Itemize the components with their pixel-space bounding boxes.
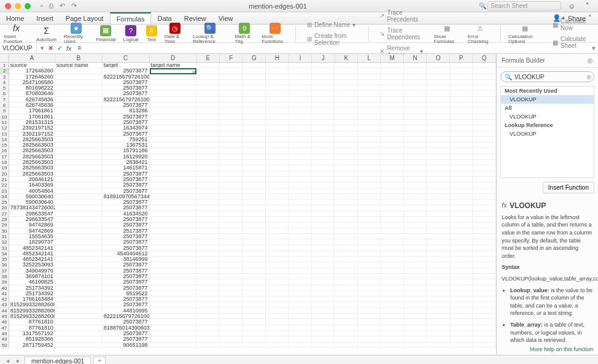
cell[interactable] xyxy=(150,142,197,148)
cell[interactable]: 851928366 xyxy=(9,336,55,342)
cell[interactable] xyxy=(427,257,450,262)
cell[interactable] xyxy=(243,239,266,245)
col-header-G[interactable]: G xyxy=(243,54,266,62)
cell[interactable] xyxy=(289,182,312,188)
cell[interactable]: source xyxy=(9,63,55,68)
fb-fn-vlookup-all[interactable]: VLOOKUP xyxy=(501,112,594,121)
cell[interactable] xyxy=(427,239,450,245)
cell[interactable] xyxy=(404,257,427,262)
cell[interactable] xyxy=(289,137,312,142)
cell[interactable] xyxy=(266,125,289,131)
cell[interactable]: 25073877 xyxy=(103,331,150,336)
cell[interactable] xyxy=(473,336,496,342)
cell[interactable] xyxy=(289,331,312,336)
cell[interactable] xyxy=(404,325,427,331)
cell[interactable] xyxy=(55,302,103,308)
cell[interactable] xyxy=(289,251,312,257)
row-header[interactable]: 46 xyxy=(0,319,9,325)
cell[interactable] xyxy=(289,279,312,285)
cell[interactable] xyxy=(196,171,220,177)
cell[interactable] xyxy=(312,120,335,125)
cell[interactable] xyxy=(312,291,335,296)
cell[interactable] xyxy=(220,279,243,285)
cell[interactable] xyxy=(335,125,358,131)
cell[interactable] xyxy=(358,125,381,131)
cell[interactable] xyxy=(243,188,266,194)
cell[interactable] xyxy=(55,285,103,291)
cell[interactable] xyxy=(381,120,404,125)
cell[interactable] xyxy=(404,125,427,131)
cell[interactable] xyxy=(150,222,197,228)
cell[interactable] xyxy=(450,343,473,348)
cell[interactable] xyxy=(243,211,266,217)
cell[interactable] xyxy=(381,217,404,222)
cell[interactable] xyxy=(358,257,381,262)
cell[interactable] xyxy=(150,228,197,234)
cell[interactable] xyxy=(335,131,358,137)
cell[interactable] xyxy=(358,74,381,80)
cell[interactable] xyxy=(220,74,243,80)
cell[interactable] xyxy=(150,291,197,296)
cell[interactable] xyxy=(404,142,427,148)
cell[interactable]: 25073877 xyxy=(103,177,150,182)
cell[interactable] xyxy=(55,251,103,257)
cell[interactable]: 818910970567344000 xyxy=(103,194,150,199)
row-header[interactable]: 14 xyxy=(0,137,9,142)
cell[interactable] xyxy=(243,131,266,137)
cell[interactable]: 25073877 xyxy=(103,239,150,245)
cell[interactable] xyxy=(450,68,473,74)
cell[interactable] xyxy=(427,125,450,131)
cell[interactable] xyxy=(312,308,335,314)
cell[interactable] xyxy=(473,234,496,239)
more-functions-button[interactable]: ⋯More Functions xyxy=(262,23,288,44)
cell[interactable] xyxy=(196,251,220,257)
cell[interactable] xyxy=(473,97,496,103)
cell[interactable] xyxy=(196,217,220,222)
row-header[interactable]: 34 xyxy=(0,251,9,257)
cell[interactable] xyxy=(312,131,335,137)
cell[interactable] xyxy=(358,177,381,182)
cell[interactable] xyxy=(220,257,243,262)
cell[interactable] xyxy=(450,314,473,319)
cell[interactable] xyxy=(150,91,197,96)
cell[interactable] xyxy=(473,194,496,199)
cell[interactable] xyxy=(427,131,450,137)
cell[interactable] xyxy=(335,165,358,171)
cell[interactable] xyxy=(450,222,473,228)
row-header[interactable]: 20 xyxy=(0,171,9,177)
cell[interactable] xyxy=(289,194,312,199)
cell[interactable] xyxy=(266,80,289,85)
cell[interactable] xyxy=(196,154,220,160)
cell[interactable] xyxy=(220,114,243,120)
cell[interactable] xyxy=(312,336,335,342)
cell[interactable] xyxy=(404,137,427,142)
cell[interactable] xyxy=(450,137,473,142)
cell[interactable] xyxy=(381,131,404,137)
cell[interactable] xyxy=(266,234,289,239)
cell[interactable] xyxy=(358,268,381,274)
cell[interactable] xyxy=(55,114,103,120)
cell[interactable] xyxy=(381,222,404,228)
cell[interactable] xyxy=(55,234,103,239)
cell[interactable] xyxy=(404,91,427,96)
col-header-L[interactable]: L xyxy=(358,54,381,62)
cell[interactable] xyxy=(358,296,381,302)
cell[interactable]: 20846121 xyxy=(9,177,55,182)
cell[interactable]: 94742869 xyxy=(9,228,55,234)
account-icon[interactable]: ☺ xyxy=(566,2,577,10)
cell[interactable]: 2825663503 xyxy=(9,154,55,160)
cell[interactable] xyxy=(381,336,404,342)
cell[interactable] xyxy=(404,239,427,245)
cell[interactable] xyxy=(55,331,103,336)
cell[interactable] xyxy=(289,222,312,228)
cell[interactable] xyxy=(427,308,450,314)
cell[interactable] xyxy=(55,314,103,319)
cell[interactable] xyxy=(404,228,427,234)
cell[interactable] xyxy=(196,160,220,165)
cell[interactable] xyxy=(55,137,103,142)
cell[interactable] xyxy=(473,285,496,291)
row-header[interactable]: 33 xyxy=(0,246,9,251)
cell[interactable] xyxy=(243,319,266,325)
cell[interactable]: 787381434726002000 xyxy=(9,205,55,211)
cell[interactable] xyxy=(196,74,220,80)
